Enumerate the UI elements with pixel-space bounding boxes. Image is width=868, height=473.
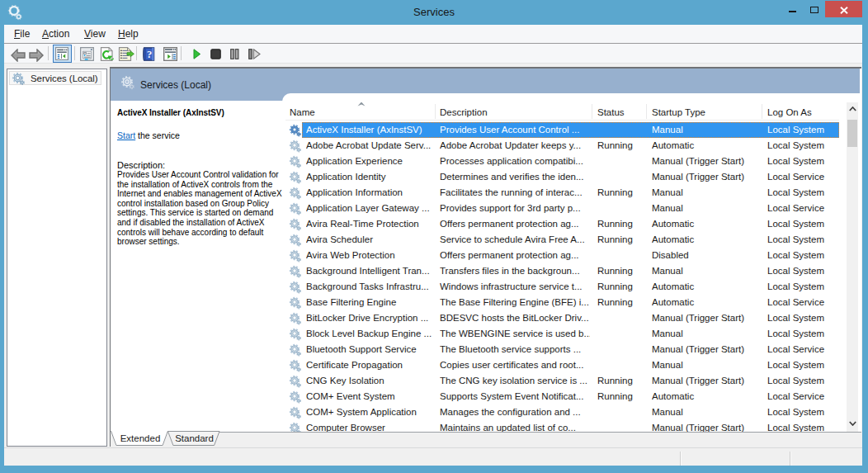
svg-text:?: ? <box>147 49 152 60</box>
